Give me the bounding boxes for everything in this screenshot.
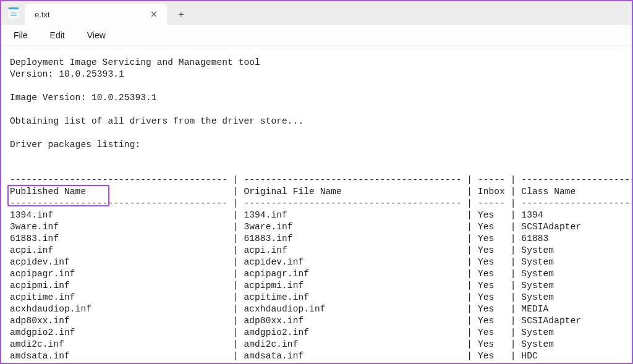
header-listing: Driver packages listing:	[10, 140, 140, 150]
table-separator: ----------------------------------------…	[10, 198, 633, 208]
header-imgversion: Image Version: 10.0.25393.1	[10, 93, 157, 103]
menu-edit[interactable]: Edit	[46, 28, 69, 43]
menu-file[interactable]: File	[10, 28, 32, 43]
new-tab-button[interactable]: ＋	[171, 4, 192, 25]
menubar: File Edit View	[1, 25, 632, 46]
header-obtaining: Obtaining list of all drivers from the d…	[10, 116, 304, 126]
header-tool: Deployment Image Servicing and Managemen…	[10, 57, 260, 67]
tab-active[interactable]: e.txt ✕	[25, 4, 167, 25]
text-content[interactable]: Deployment Image Servicing and Managemen…	[1, 46, 632, 362]
header-version: Version: 10.0.25393.1	[10, 69, 124, 79]
table-header: Published Name | Original File Name | In…	[10, 187, 633, 197]
table-separator: ----------------------------------------…	[10, 175, 633, 185]
close-icon[interactable]: ✕	[147, 7, 161, 21]
notepad-icon	[9, 7, 19, 19]
tab-title: e.txt	[35, 10, 147, 19]
titlebar: e.txt ✕ ＋	[1, 1, 632, 25]
menu-view[interactable]: View	[83, 28, 109, 43]
table-body: 1394.inf | 1394.inf | Yes | 1394 3ware.i…	[10, 210, 633, 361]
